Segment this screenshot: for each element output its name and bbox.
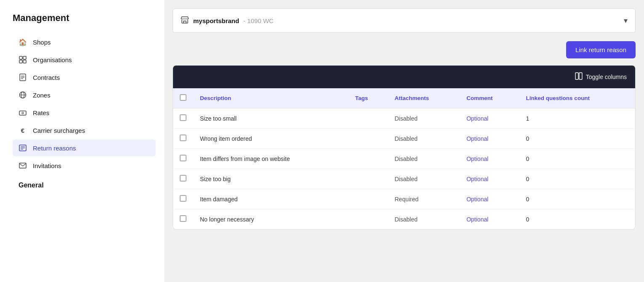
action-bar: Link return reason bbox=[173, 41, 636, 58]
table-row: Wrong item orderedDisabledOptional0 bbox=[173, 129, 635, 149]
row-checkbox-cell[interactable] bbox=[173, 149, 193, 169]
sidebar-item-label-shops: Shops bbox=[33, 39, 51, 46]
row-attachments: Disabled bbox=[388, 209, 460, 229]
row-checkbox[interactable] bbox=[180, 134, 186, 141]
row-tags bbox=[349, 189, 388, 209]
row-checkbox-cell[interactable] bbox=[173, 209, 193, 229]
general-section-label: General bbox=[13, 175, 156, 192]
contracts-icon bbox=[19, 73, 27, 82]
shop-selector[interactable]: mysportsbrand - 1090 WC ▾ bbox=[173, 8, 636, 33]
col-attachments: Attachments bbox=[388, 88, 460, 108]
row-tags bbox=[349, 169, 388, 189]
sidebar-item-organisations[interactable]: Organisations bbox=[13, 51, 156, 68]
sidebar-item-label-zones: Zones bbox=[33, 92, 51, 99]
row-comment[interactable]: Optional bbox=[460, 209, 519, 229]
invitations-icon bbox=[19, 161, 27, 170]
row-checkbox[interactable] bbox=[180, 215, 186, 222]
row-linked-questions-count: 0 bbox=[519, 129, 635, 149]
toggle-columns-button[interactable]: Toggle columns bbox=[575, 72, 627, 82]
row-linked-questions-count: 0 bbox=[519, 209, 635, 229]
row-attachments: Disabled bbox=[388, 169, 460, 189]
table-row: Item damagedRequiredOptional0 bbox=[173, 189, 635, 209]
sidebar-item-invitations[interactable]: Invitations bbox=[13, 157, 156, 174]
col-description: Description bbox=[193, 88, 349, 108]
row-comment[interactable]: Optional bbox=[460, 108, 519, 129]
toggle-columns-label: Toggle columns bbox=[586, 74, 627, 80]
row-attachments: Required bbox=[388, 189, 460, 209]
svg-rect-17 bbox=[19, 163, 26, 168]
row-linked-questions-count: 0 bbox=[519, 149, 635, 169]
row-description: Size too small bbox=[193, 108, 349, 129]
sidebar-item-rates[interactable]: Rates bbox=[13, 104, 156, 121]
sidebar-item-zones[interactable]: Zones bbox=[13, 87, 156, 103]
carrier-surcharges-icon: € bbox=[19, 126, 27, 134]
zones-icon bbox=[19, 91, 27, 99]
return-reasons-table: Description Tags Attachments Comment Lin… bbox=[173, 88, 635, 229]
row-checkbox-cell[interactable] bbox=[173, 169, 193, 189]
row-comment[interactable]: Optional bbox=[460, 149, 519, 169]
row-checkbox-cell[interactable] bbox=[173, 108, 193, 129]
row-attachments: Disabled bbox=[388, 149, 460, 169]
organisations-icon bbox=[19, 55, 27, 64]
row-checkbox[interactable] bbox=[180, 195, 186, 202]
sidebar-item-label-carrier-surcharges: Carrier surcharges bbox=[33, 127, 85, 134]
col-tags: Tags bbox=[349, 88, 388, 108]
table-row: Size too smallDisabledOptional1 bbox=[173, 108, 635, 129]
col-linked-questions-count: Linked questions count bbox=[519, 88, 635, 108]
svg-rect-0 bbox=[19, 56, 22, 59]
row-comment[interactable]: Optional bbox=[460, 129, 519, 149]
row-checkbox[interactable] bbox=[180, 155, 186, 161]
row-tags bbox=[349, 108, 388, 129]
return-reasons-icon bbox=[19, 144, 27, 152]
table-card: Toggle columns Description Tags Attachme bbox=[173, 65, 636, 229]
chevron-down-icon: ▾ bbox=[624, 16, 628, 25]
shops-icon: 🏠 bbox=[19, 38, 27, 46]
sidebar-item-label-return-reasons: Return reasons bbox=[33, 145, 76, 152]
row-description: Item differs from image on website bbox=[193, 149, 349, 169]
sidebar-item-label-organisations: Organisations bbox=[33, 56, 72, 63]
shop-icon bbox=[181, 16, 189, 26]
row-attachments: Disabled bbox=[388, 129, 460, 149]
sidebar-item-label-invitations: Invitations bbox=[33, 162, 61, 169]
shop-name: mysportsbrand bbox=[193, 17, 239, 24]
rates-icon bbox=[19, 108, 27, 117]
svg-rect-11 bbox=[19, 111, 26, 115]
table-row: Item differs from image on websiteDisabl… bbox=[173, 149, 635, 169]
row-description: Wrong item ordered bbox=[193, 129, 349, 149]
link-return-reason-button[interactable]: Link return reason bbox=[566, 41, 636, 58]
main-content: mysportsbrand - 1090 WC ▾ Link return re… bbox=[164, 0, 644, 282]
table-header-bar: Toggle columns bbox=[173, 66, 635, 88]
svg-rect-19 bbox=[579, 73, 582, 79]
row-attachments: Disabled bbox=[388, 108, 460, 129]
row-comment[interactable]: Optional bbox=[460, 189, 519, 209]
col-checkbox[interactable] bbox=[173, 88, 193, 108]
col-comment: Comment bbox=[460, 88, 519, 108]
table-row: No longer necessaryDisabledOptional0 bbox=[173, 209, 635, 229]
row-tags bbox=[349, 149, 388, 169]
svg-rect-18 bbox=[575, 73, 578, 79]
row-checkbox[interactable] bbox=[180, 114, 186, 121]
row-checkbox-cell[interactable] bbox=[173, 189, 193, 209]
row-linked-questions-count: 1 bbox=[519, 108, 635, 129]
row-tags bbox=[349, 129, 388, 149]
row-comment[interactable]: Optional bbox=[460, 169, 519, 189]
header-checkbox[interactable] bbox=[180, 94, 186, 101]
sidebar-item-contracts[interactable]: Contracts bbox=[13, 69, 156, 86]
sidebar-item-label-contracts: Contracts bbox=[33, 74, 60, 81]
shop-sub: - 1090 WC bbox=[243, 17, 274, 24]
sidebar-item-carrier-surcharges[interactable]: € Carrier surcharges bbox=[13, 122, 156, 139]
row-tags bbox=[349, 209, 388, 229]
sidebar-item-label-rates: Rates bbox=[33, 109, 49, 116]
row-description: No longer necessary bbox=[193, 209, 349, 229]
sidebar: Management 🏠 Shops Organisations Contrac… bbox=[0, 0, 164, 282]
row-checkbox[interactable] bbox=[180, 175, 186, 182]
row-description: Item damaged bbox=[193, 189, 349, 209]
sidebar-item-return-reasons[interactable]: Return reasons bbox=[13, 140, 156, 156]
svg-point-12 bbox=[22, 112, 24, 114]
toggle-columns-icon bbox=[575, 72, 583, 82]
shop-selector-left: mysportsbrand - 1090 WC bbox=[181, 16, 274, 26]
sidebar-item-shops[interactable]: 🏠 Shops bbox=[13, 34, 156, 50]
svg-rect-3 bbox=[23, 60, 26, 63]
row-checkbox-cell[interactable] bbox=[173, 129, 193, 149]
svg-rect-1 bbox=[23, 56, 26, 59]
